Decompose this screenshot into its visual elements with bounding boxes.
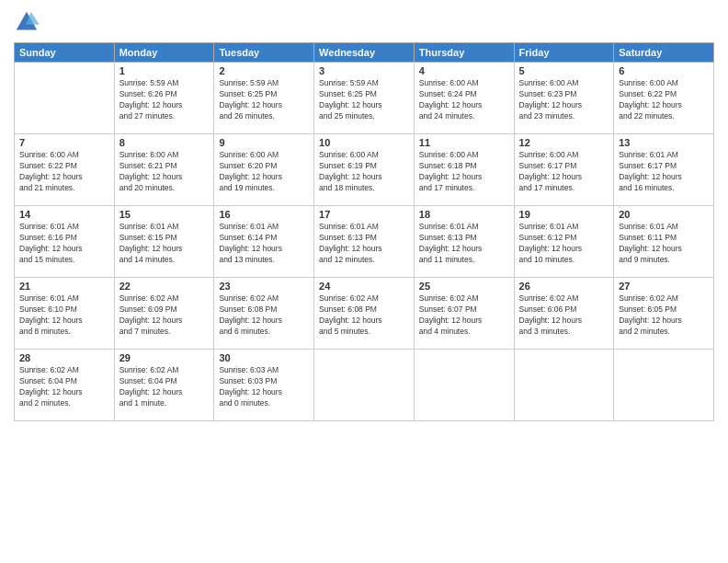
day-number: 5 [519,65,609,76]
day-number: 28 [19,352,109,363]
day-number: 9 [219,137,309,148]
calendar-cell: 28Sunrise: 6:02 AMSunset: 6:04 PMDayligh… [15,350,115,421]
day-number: 23 [219,281,309,292]
calendar-cell: 13Sunrise: 6:01 AMSunset: 6:17 PMDayligh… [614,134,714,206]
day-number: 10 [319,137,409,148]
day-number: 18 [419,209,509,220]
calendar-header-saturday: Saturday [614,43,714,63]
day-info: Sunrise: 6:02 AMSunset: 6:05 PMDaylight:… [619,293,709,338]
day-info: Sunrise: 6:02 AMSunset: 6:09 PMDaylight:… [119,293,210,338]
calendar-cell [414,350,514,421]
day-info: Sunrise: 6:00 AMSunset: 6:17 PMDaylight:… [519,150,609,194]
calendar-cell: 12Sunrise: 6:00 AMSunset: 6:17 PMDayligh… [514,134,614,206]
calendar-cell: 16Sunrise: 6:01 AMSunset: 6:14 PMDayligh… [214,206,314,278]
calendar-cell: 9Sunrise: 6:00 AMSunset: 6:20 PMDaylight… [214,134,314,206]
header [14,9,714,35]
day-number: 17 [319,209,409,220]
day-info: Sunrise: 6:00 AMSunset: 6:18 PMDaylight:… [419,150,509,194]
day-info: Sunrise: 6:01 AMSunset: 6:15 PMDaylight:… [119,222,210,266]
day-info: Sunrise: 6:01 AMSunset: 6:13 PMDaylight:… [419,222,509,266]
day-number: 20 [619,209,709,220]
calendar-cell [314,350,415,421]
calendar-header-tuesday: Tuesday [214,43,314,63]
logo-icon [14,9,40,35]
page: SundayMondayTuesdayWednesdayThursdayFrid… [0,0,728,563]
calendar-cell: 5Sunrise: 6:00 AMSunset: 6:23 PMDaylight… [514,63,614,134]
day-info: Sunrise: 6:00 AMSunset: 6:19 PMDaylight:… [319,150,409,194]
day-info: Sunrise: 6:02 AMSunset: 6:07 PMDaylight:… [419,293,509,338]
day-number: 14 [19,209,109,220]
day-info: Sunrise: 6:02 AMSunset: 6:06 PMDaylight:… [519,293,609,338]
day-info: Sunrise: 6:01 AMSunset: 6:16 PMDaylight:… [19,222,109,266]
day-info: Sunrise: 6:00 AMSunset: 6:24 PMDaylight:… [419,78,509,122]
day-number: 25 [419,281,509,292]
day-number: 24 [319,281,409,292]
week-row-3: 14Sunrise: 6:01 AMSunset: 6:16 PMDayligh… [15,206,714,278]
day-info: Sunrise: 5:59 AMSunset: 6:25 PMDaylight:… [219,78,309,122]
calendar-cell: 3Sunrise: 5:59 AMSunset: 6:25 PMDaylight… [314,63,415,134]
day-number: 12 [519,137,609,148]
calendar-cell: 21Sunrise: 6:01 AMSunset: 6:10 PMDayligh… [15,278,115,350]
calendar-header-monday: Monday [114,43,214,63]
calendar-cell: 11Sunrise: 6:00 AMSunset: 6:18 PMDayligh… [414,134,514,206]
day-info: Sunrise: 6:01 AMSunset: 6:14 PMDaylight:… [219,222,309,266]
day-number: 7 [19,137,109,148]
day-info: Sunrise: 6:01 AMSunset: 6:11 PMDaylight:… [619,222,709,266]
day-number: 21 [19,281,109,292]
calendar-cell: 24Sunrise: 6:02 AMSunset: 6:08 PMDayligh… [314,278,415,350]
day-number: 11 [419,137,509,148]
day-info: Sunrise: 6:01 AMSunset: 6:17 PMDaylight:… [619,150,709,194]
calendar-cell: 7Sunrise: 6:00 AMSunset: 6:22 PMDaylight… [15,134,115,206]
week-row-5: 28Sunrise: 6:02 AMSunset: 6:04 PMDayligh… [15,350,714,421]
calendar-cell: 4Sunrise: 6:00 AMSunset: 6:24 PMDaylight… [414,63,514,134]
calendar-header-thursday: Thursday [414,43,514,63]
day-number: 2 [219,65,309,76]
day-info: Sunrise: 6:02 AMSunset: 6:08 PMDaylight:… [319,293,409,338]
day-info: Sunrise: 6:00 AMSunset: 6:22 PMDaylight:… [619,78,709,122]
day-number: 29 [119,352,210,363]
day-info: Sunrise: 6:01 AMSunset: 6:10 PMDaylight:… [19,293,109,338]
day-info: Sunrise: 6:02 AMSunset: 6:04 PMDaylight:… [19,365,109,409]
calendar-header-row: SundayMondayTuesdayWednesdayThursdayFrid… [15,43,714,63]
calendar-cell: 25Sunrise: 6:02 AMSunset: 6:07 PMDayligh… [414,278,514,350]
calendar-cell: 27Sunrise: 6:02 AMSunset: 6:05 PMDayligh… [614,278,714,350]
calendar-cell: 1Sunrise: 5:59 AMSunset: 6:26 PMDaylight… [114,63,214,134]
day-info: Sunrise: 6:02 AMSunset: 6:08 PMDaylight:… [219,293,309,338]
day-info: Sunrise: 6:02 AMSunset: 6:04 PMDaylight:… [119,365,210,409]
calendar-cell: 10Sunrise: 6:00 AMSunset: 6:19 PMDayligh… [314,134,415,206]
calendar-cell: 15Sunrise: 6:01 AMSunset: 6:15 PMDayligh… [114,206,214,278]
calendar-cell: 14Sunrise: 6:01 AMSunset: 6:16 PMDayligh… [15,206,115,278]
calendar-cell: 26Sunrise: 6:02 AMSunset: 6:06 PMDayligh… [514,278,614,350]
calendar-cell: 29Sunrise: 6:02 AMSunset: 6:04 PMDayligh… [114,350,214,421]
day-number: 30 [219,352,309,363]
calendar-cell: 30Sunrise: 6:03 AMSunset: 6:03 PMDayligh… [214,350,314,421]
day-number: 8 [119,137,210,148]
calendar-cell [15,63,115,134]
calendar-cell: 2Sunrise: 5:59 AMSunset: 6:25 PMDaylight… [214,63,314,134]
week-row-1: 1Sunrise: 5:59 AMSunset: 6:26 PMDaylight… [15,63,714,134]
calendar-cell [514,350,614,421]
calendar-table: SundayMondayTuesdayWednesdayThursdayFrid… [14,42,714,421]
week-row-4: 21Sunrise: 6:01 AMSunset: 6:10 PMDayligh… [15,278,714,350]
day-number: 22 [119,281,210,292]
day-info: Sunrise: 6:00 AMSunset: 6:20 PMDaylight:… [219,150,309,194]
logo [14,9,43,35]
day-number: 1 [119,65,210,76]
calendar-header-friday: Friday [514,43,614,63]
day-number: 15 [119,209,210,220]
calendar-cell: 23Sunrise: 6:02 AMSunset: 6:08 PMDayligh… [214,278,314,350]
day-number: 4 [419,65,509,76]
day-number: 19 [519,209,609,220]
day-info: Sunrise: 6:00 AMSunset: 6:23 PMDaylight:… [519,78,609,122]
calendar-header-wednesday: Wednesday [314,43,415,63]
day-info: Sunrise: 6:00 AMSunset: 6:21 PMDaylight:… [119,150,210,194]
calendar-cell: 22Sunrise: 6:02 AMSunset: 6:09 PMDayligh… [114,278,214,350]
day-number: 16 [219,209,309,220]
day-number: 13 [619,137,709,148]
day-info: Sunrise: 5:59 AMSunset: 6:25 PMDaylight:… [319,78,409,122]
day-number: 3 [319,65,409,76]
week-row-2: 7Sunrise: 6:00 AMSunset: 6:22 PMDaylight… [15,134,714,206]
day-info: Sunrise: 5:59 AMSunset: 6:26 PMDaylight:… [119,78,210,122]
day-number: 27 [619,281,709,292]
day-number: 6 [619,65,709,76]
